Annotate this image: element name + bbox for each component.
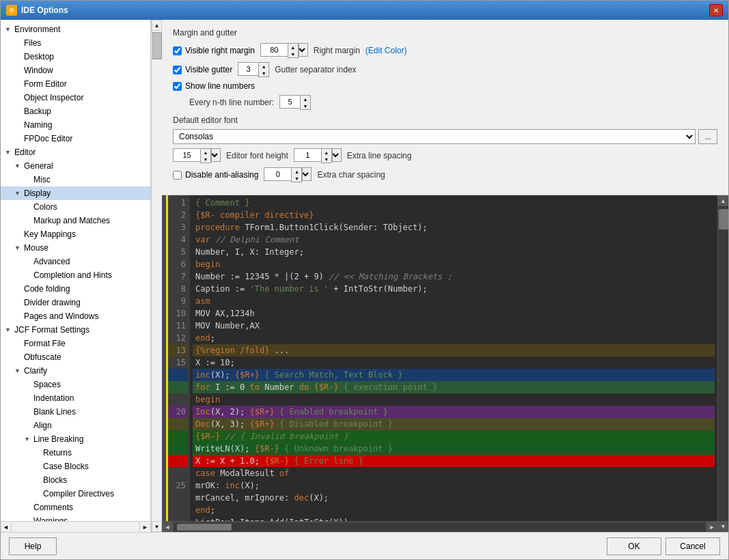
editor-vscroll-thumb[interactable] — [719, 209, 728, 229]
every-nth-arrows[interactable]: ▲ ▼ — [300, 95, 311, 110]
right-margin-value[interactable] — [260, 43, 288, 57]
line-spacing-value[interactable] — [294, 148, 321, 162]
right-margin-down[interactable]: ▼ — [288, 51, 298, 57]
font-size-arrows[interactable]: ▲ ▼ — [200, 148, 211, 163]
anti-aliasing-input[interactable] — [173, 171, 182, 180]
font-size-down[interactable]: ▼ — [201, 156, 210, 163]
close-button[interactable]: ✕ — [709, 4, 723, 16]
char-spacing-spin[interactable]: ▲ ▼ ▼ — [264, 167, 312, 182]
sidebar-item-backup[interactable]: Backup — [1, 104, 150, 118]
sidebar-item-case-blocks[interactable]: Case Blocks — [1, 460, 150, 473]
hscroll-right-btn[interactable]: ► — [706, 522, 717, 533]
cancel-button[interactable]: Cancel — [665, 537, 720, 555]
line-spacing-up[interactable]: ▲ — [322, 149, 331, 156]
sidebar-item-format-file[interactable]: Format File — [1, 337, 150, 350]
char-spacing-down[interactable]: ▼ — [292, 175, 301, 182]
editor-vscroll[interactable]: ▲ ▼ — [717, 195, 728, 532]
sidebar-item-display[interactable]: ▼Display — [1, 186, 150, 200]
sidebar-item-compiler-directives[interactable]: Compiler Directives — [1, 487, 150, 501]
visible-gutter-input[interactable] — [173, 66, 182, 74]
sidebar-item-markup-and-matches[interactable]: Markup and Matches — [1, 214, 150, 227]
every-nth-down[interactable]: ▼ — [301, 102, 310, 109]
help-button[interactable]: Help — [9, 537, 57, 555]
every-nth-value[interactable] — [279, 95, 300, 109]
vscroll-down[interactable]: ▼ — [152, 521, 162, 532]
sidebar-item-spaces[interactable]: Spaces — [1, 378, 150, 391]
sidebar-item-indentation[interactable]: Indentation — [1, 391, 150, 405]
sidebar-item-object-inspector[interactable]: Object Inspector — [1, 91, 150, 104]
sidebar-item-code-folding[interactable]: Code folding — [1, 282, 150, 296]
char-spacing-dd[interactable]: ▼ — [302, 167, 312, 181]
char-spacing-arrows[interactable]: ▲ ▼ — [291, 167, 302, 182]
h-scroll-left[interactable]: ◄ — [1, 522, 12, 532]
sidebar-item-completion-and-hints[interactable]: Completion and Hints — [1, 268, 150, 282]
sidebar-item-comments[interactable]: Comments — [1, 501, 150, 514]
right-margin-dropdown[interactable]: ▼ — [299, 43, 308, 57]
hscroll-track[interactable] — [174, 523, 705, 531]
every-nth-spin[interactable]: ▲ ▼ — [279, 95, 311, 110]
sidebar-item-blank-lines[interactable]: Blank Lines — [1, 405, 150, 419]
font-browse-button[interactable]: ... — [698, 129, 717, 144]
sidebar-item-environment[interactable]: ▼Environment — [1, 23, 150, 36]
visible-right-margin-input[interactable] — [173, 46, 182, 55]
sidebar-item-desktop[interactable]: Desktop — [1, 50, 150, 64]
sidebar-item-jcf-format-settings[interactable]: ▼JCF Format Settings — [1, 323, 150, 337]
vscroll-track[interactable] — [152, 31, 162, 521]
font-name-dropdown[interactable]: Consolas — [173, 129, 696, 144]
edit-color-link[interactable]: (Edit Color) — [366, 46, 407, 55]
editor-vscroll-track[interactable] — [718, 206, 728, 521]
char-spacing-up[interactable]: ▲ — [292, 168, 301, 175]
line-spacing-down[interactable]: ▼ — [322, 156, 331, 163]
ok-button[interactable]: OK — [607, 537, 661, 555]
sidebar-item-align[interactable]: Align — [1, 419, 150, 432]
visible-right-margin-check[interactable]: Visible right margin — [173, 46, 255, 55]
line-spacing-spin[interactable]: ▲ ▼ ▼ — [294, 148, 342, 163]
sidebar-item-fpDoc-editor[interactable]: FPDoc Editor — [1, 132, 150, 145]
sidebar-item-obfuscate[interactable]: Obfuscate — [1, 350, 150, 364]
hscroll-thumb[interactable] — [177, 524, 232, 531]
sidebar-item-files[interactable]: Files — [1, 36, 150, 50]
right-margin-up[interactable]: ▲ — [288, 44, 298, 51]
sidebar-item-general[interactable]: ▼General — [1, 159, 150, 173]
sidebar-item-line-breaking[interactable]: ▼Line Breaking — [1, 432, 150, 446]
sidebar-item-editor[interactable]: ▼Editor — [1, 145, 150, 159]
sidebar-item-window[interactable]: Window — [1, 64, 150, 77]
char-spacing-value[interactable] — [264, 167, 291, 181]
sidebar-item-mouse[interactable]: ▼Mouse — [1, 241, 150, 255]
right-margin-spin[interactable]: ▲ ▼ ▼ — [260, 43, 308, 58]
sidebar-item-advanced[interactable]: Advanced — [1, 255, 150, 268]
editor-vscroll-up[interactable]: ▲ — [718, 195, 728, 206]
sidebar-item-returns[interactable]: Returns — [1, 446, 150, 460]
vscroll-up[interactable]: ▲ — [152, 20, 162, 31]
gutter-sep-value[interactable] — [238, 62, 258, 76]
gutter-sep-down[interactable]: ▼ — [259, 70, 269, 76]
sidebar-item-colors[interactable]: Colors — [1, 200, 150, 214]
font-size-up[interactable]: ▲ — [201, 149, 210, 156]
show-line-numbers-check[interactable]: Show line numbers — [173, 81, 255, 91]
visible-gutter-check[interactable]: Visible gutter — [173, 65, 232, 74]
sidebar-vscroll[interactable]: ▲ ▼ — [151, 20, 162, 532]
sidebar-item-form-editor[interactable]: Form Editor — [1, 77, 150, 91]
sidebar-item-divider-drawing[interactable]: Divider drawing — [1, 296, 150, 309]
editor-vscroll-down[interactable]: ▼ — [718, 521, 728, 532]
editor-hscroll[interactable]: ◄ ► — [162, 521, 717, 532]
font-size-spin[interactable]: ▲ ▼ ▼ — [173, 148, 221, 163]
gutter-sep-arrows[interactable]: ▲ ▼ — [258, 62, 269, 77]
line-spacing-dd[interactable]: ▼ — [332, 148, 342, 162]
sidebar-item-blocks[interactable]: Blocks — [1, 473, 150, 487]
line-spacing-arrows[interactable]: ▲ ▼ — [321, 148, 332, 163]
font-size-dd[interactable]: ▼ — [211, 148, 221, 162]
gutter-sep-spin[interactable]: ▲ ▼ — [238, 62, 269, 77]
h-scroll-right[interactable]: ► — [139, 522, 150, 532]
right-margin-arrows[interactable]: ▲ ▼ — [288, 43, 299, 58]
sidebar-item-pages-and-windows[interactable]: Pages and Windows — [1, 309, 150, 323]
show-line-numbers-input[interactable] — [173, 82, 182, 91]
anti-aliasing-check[interactable]: Disable anti-aliasing — [173, 170, 258, 180]
sidebar-item-warnings[interactable]: Warnings — [1, 514, 150, 521]
font-size-value[interactable] — [173, 148, 200, 162]
sidebar-item-key-mappings[interactable]: Key Mappings — [1, 227, 150, 241]
gutter-sep-up[interactable]: ▲ — [259, 63, 269, 70]
sidebar-item-naming[interactable]: Naming — [1, 118, 150, 132]
sidebar-item-clarify[interactable]: ▼Clarify — [1, 364, 150, 378]
every-nth-up[interactable]: ▲ — [301, 96, 310, 102]
